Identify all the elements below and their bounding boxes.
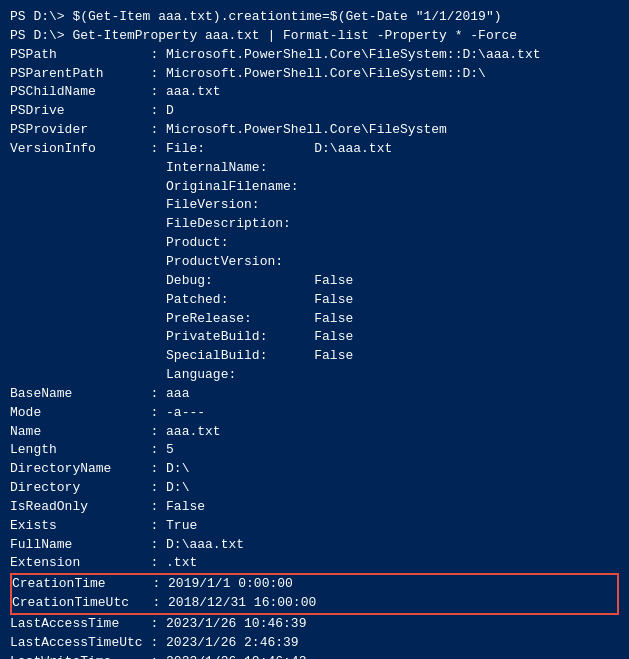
terminal-line-versioninfo11: PrivateBuild: False (10, 328, 619, 347)
terminal-line-lastwritetime: LastWriteTime : 2023/1/26 10:46:43 (10, 653, 619, 659)
terminal-line-versioninfo8: Debug: False (10, 272, 619, 291)
terminal-line-extension: Extension : .txt (10, 554, 619, 573)
terminal-line-creationtime: CreationTime : 2019/1/1 0:00:00 (12, 575, 617, 594)
terminal-line-versioninfo4: FileVersion: (10, 196, 619, 215)
terminal-line-versioninfo7: ProductVersion: (10, 253, 619, 272)
terminal-line-versioninfo12: SpecialBuild: False (10, 347, 619, 366)
terminal-line-directory: Directory : D:\ (10, 479, 619, 498)
terminal-line-cmd2: PS D:\> Get-ItemProperty aaa.txt | Forma… (10, 27, 619, 46)
terminal-line-versioninfo9: Patched: False (10, 291, 619, 310)
terminal-line-fullname: FullName : D:\aaa.txt (10, 536, 619, 555)
terminal-line-cmd1: PS D:\> $(Get-Item aaa.txt).creationtime… (10, 8, 619, 27)
terminal-line-versioninfo13: Language: (10, 366, 619, 385)
terminal-window: PS D:\> $(Get-Item aaa.txt).creationtime… (10, 8, 619, 659)
terminal-line-creationtimeutc: CreationTimeUtc : 2018/12/31 16:00:00 (12, 594, 617, 613)
terminal-line-versioninfo2: InternalName: (10, 159, 619, 178)
terminal-line-versioninfo3: OriginalFilename: (10, 178, 619, 197)
terminal-line-lastaccesstimeutc: LastAccessTimeUtc : 2023/1/26 2:46:39 (10, 634, 619, 653)
terminal-line-versioninfo6: Product: (10, 234, 619, 253)
terminal-line-psdrive: PSDrive : D (10, 102, 619, 121)
terminal-line-versioninfo10: PreRelease: False (10, 310, 619, 329)
terminal-line-psprovider: PSProvider : Microsoft.PowerShell.Core\F… (10, 121, 619, 140)
terminal-line-name: Name : aaa.txt (10, 423, 619, 442)
terminal-line-psparentpath: PSParentPath : Microsoft.PowerShell.Core… (10, 65, 619, 84)
terminal-line-lastaccesstime: LastAccessTime : 2023/1/26 10:46:39 (10, 615, 619, 634)
terminal-line-pspath: PSPath : Microsoft.PowerShell.Core\FileS… (10, 46, 619, 65)
terminal-line-directoryname: DirectoryName : D:\ (10, 460, 619, 479)
terminal-line-basename: BaseName : aaa (10, 385, 619, 404)
terminal-line-versioninfo1: VersionInfo : File: D:\aaa.txt (10, 140, 619, 159)
terminal-line-isreadonly: IsReadOnly : False (10, 498, 619, 517)
terminal-line-exists: Exists : True (10, 517, 619, 536)
terminal-output: PS D:\> $(Get-Item aaa.txt).creationtime… (10, 8, 619, 659)
terminal-line-length: Length : 5 (10, 441, 619, 460)
highlighted-block: CreationTime : 2019/1/1 0:00:00CreationT… (10, 573, 619, 615)
terminal-line-mode: Mode : -a--- (10, 404, 619, 423)
terminal-line-versioninfo5: FileDescription: (10, 215, 619, 234)
terminal-line-pschildname: PSChildName : aaa.txt (10, 83, 619, 102)
